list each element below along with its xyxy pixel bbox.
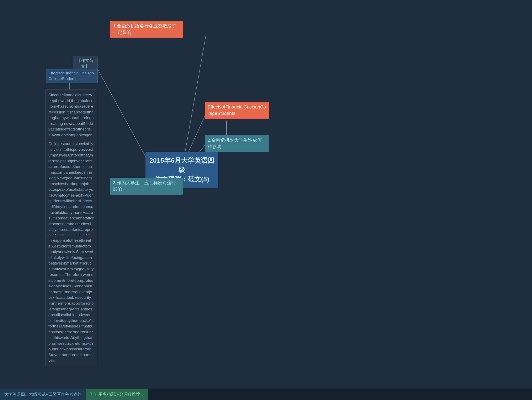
footer-left: 大学英语四、六级考试--四级写作备考资料 bbox=[0, 388, 86, 400]
center-title: 2015年6月大学英语四级 bbox=[149, 156, 215, 175]
para3-box: Inresponsetothesethreats,westudentsmusta… bbox=[45, 235, 97, 366]
title-node-text: EffectsofFinancialCrisisonCollegeStudent… bbox=[48, 71, 94, 81]
node3-text: 3.作为大学生，应怎样应对这种影响 bbox=[113, 180, 176, 192]
para3-text: Inresponsetothesethreats,westudentsmusta… bbox=[48, 238, 94, 362]
svg-line-4 bbox=[95, 63, 150, 164]
node1-box: 1.金融危机给各行各业都造成了一定影响 bbox=[110, 21, 183, 38]
right-title-text: EffectsofFinancialCrisisonCollegeStudent… bbox=[208, 104, 266, 116]
node3-box: 3.作为大学生，应怎样应对这种影响 bbox=[110, 178, 183, 195]
title-node-box: EffectsofFinancialCrisisonCollegeStudent… bbox=[46, 69, 98, 83]
footer-right[interactable]: 》》更多精彩冲分课程推荐： bbox=[86, 388, 148, 400]
footer-bar: 大学英语四、六级考试--四级写作备考资料 》》更多精彩冲分课程推荐： bbox=[0, 388, 532, 400]
right-title-box: EffectsofFinancialCrisisonCollegeStudent… bbox=[205, 102, 269, 119]
label-text: 【作文范文】 bbox=[77, 58, 94, 69]
node1-text: 1.金融危机给各行各业都造成了一定影响 bbox=[113, 23, 176, 35]
node2-box: 2.金融危机对大学生造成何种影响 bbox=[205, 135, 269, 152]
svg-line-0 bbox=[183, 36, 206, 164]
node2-text: 2.金融危机对大学生造成何种影响 bbox=[208, 138, 262, 149]
